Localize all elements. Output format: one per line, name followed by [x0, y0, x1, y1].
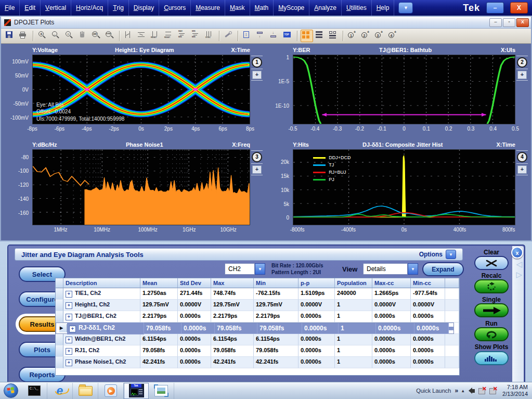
panel-close-button[interactable]: x [511, 247, 523, 259]
align-top-icon[interactable]: ↑ [255, 30, 267, 42]
zoom-horizontal-icon[interactable]: ↔ [50, 30, 62, 42]
align-bottom-icon[interactable]: ↓ [268, 30, 281, 42]
menu-overflow-button[interactable]: ▼ [398, 2, 413, 14]
table-row[interactable]: +RJ1, Ch279.058fs0.0000s79.058fs79.058fs… [56, 345, 459, 357]
pan-icon[interactable] [77, 30, 89, 42]
row-expander[interactable]: + [66, 337, 72, 343]
dpojet-minimize-button[interactable]: – [489, 18, 502, 27]
clear-button[interactable] [474, 256, 509, 270]
layout-grid-icon[interactable] [301, 30, 313, 42]
show-hidden-icons-button[interactable]: ▲ [461, 389, 465, 393]
table-row[interactable]: +TIE1, Ch21.2750as271.44fs748.74fs-762.1… [56, 288, 459, 300]
menu-trig[interactable]: Trig [108, 0, 129, 16]
menu-measure[interactable]: Measure [191, 0, 225, 16]
add-plot-3-icon[interactable]: 3+ [373, 30, 386, 42]
menu-file[interactable]: File [0, 0, 20, 16]
save-icon[interactable] [4, 30, 17, 42]
scope-close-button[interactable]: X [510, 2, 528, 14]
expand-button[interactable]: Expand [422, 262, 464, 276]
row-selector[interactable]: ▶ [59, 324, 67, 332]
col-header-min[interactable]: Min [254, 278, 299, 288]
plot-4-number-badge[interactable]: 4 [517, 152, 527, 162]
single-button[interactable] [474, 303, 509, 317]
taskbar-item-file-explorer[interactable] [73, 383, 98, 399]
dpojet-restore-button[interactable]: ▫ [503, 18, 515, 27]
menu-mask[interactable]: Mask [225, 0, 250, 16]
plot-2-canvas[interactable] [293, 55, 515, 124]
row-selector[interactable] [56, 300, 63, 311]
zoom-100-icon[interactable]: 100 [90, 30, 103, 42]
row-selector[interactable] [56, 288, 63, 300]
menu-display[interactable]: Display [129, 0, 159, 16]
plot-3-number-badge[interactable]: 3 [252, 152, 262, 162]
plot-3-canvas[interactable] [32, 149, 250, 225]
quick-launch-chevron-icon[interactable]: » [455, 387, 457, 394]
taskbar-item-image-viewer[interactable] [149, 383, 174, 399]
col-header-std-dev[interactable]: Std Dev [178, 278, 211, 288]
col-header-max-cc[interactable]: Max-cc [372, 278, 411, 288]
plot-2-number-badge[interactable]: 2 [517, 57, 527, 68]
max-min-cursors-icon[interactable]: MAXMIN [177, 30, 189, 42]
recalc-button[interactable] [474, 279, 509, 293]
plot-1-canvas[interactable]: Eye: All BitsOffset: -0.0024UIs:7000:479… [32, 55, 250, 124]
row-expander[interactable]: + [66, 314, 72, 320]
plot-3-add-button[interactable]: + [252, 165, 262, 174]
row-expander[interactable]: + [66, 348, 72, 355]
add-plot-4-icon[interactable]: 4+ [387, 30, 399, 42]
row-expander[interactable]: + [66, 359, 72, 366]
plot-1-number-badge[interactable]: 1 [252, 57, 262, 68]
plot-4-canvas[interactable]: DDJ+DCDTJRJ+BUJPJ [293, 149, 515, 225]
view-select-arrow[interactable]: ▼ [408, 263, 418, 275]
options-dropdown-button[interactable]: ▼ [446, 250, 456, 259]
show-plots-button[interactable] [474, 351, 509, 365]
source-select-arrow[interactable]: ▼ [255, 263, 265, 275]
table-row[interactable]: +TJ@BER1, Ch22.2179ps0.0000s2.2179ps2.21… [56, 311, 459, 323]
row-selector[interactable] [56, 311, 63, 323]
col-header-description[interactable]: Description [63, 278, 140, 288]
row-selector[interactable] [56, 334, 63, 345]
dpojet-title-bar[interactable]: DPOJET Plots – ▫ X [1, 17, 531, 29]
menu-utilities[interactable]: Utilities [342, 0, 372, 16]
add-plot-1-icon[interactable]: 1+ [346, 30, 359, 42]
menu-analyze[interactable]: Analyze [309, 0, 342, 16]
table-row[interactable]: ▶+RJ-δδ1, Ch279.058fs0.0000s79.058fs79.0… [56, 323, 454, 334]
col-header-mean[interactable]: Mean [140, 278, 178, 288]
view-select[interactable]: Details [363, 263, 408, 275]
col-header-min-cc[interactable]: Min-cc [411, 278, 445, 288]
row-expander[interactable]: + [66, 302, 72, 309]
layout-rows-icon[interactable] [314, 30, 327, 42]
source-select[interactable]: CH2 [225, 263, 255, 275]
zoom-sync-icon[interactable]: SYNC [104, 30, 116, 42]
scope-minimize-button[interactable]: – [486, 2, 504, 14]
print-icon[interactable] [18, 30, 30, 42]
table-row[interactable]: +Phase Noise1, Ch242.241fs0.0000s42.241f… [56, 357, 459, 368]
fit-vertical-icon[interactable]: ↕ [241, 30, 254, 42]
collapse-right-icon[interactable]: ▷ [516, 271, 522, 278]
menu-vertical[interactable]: Vertical [41, 0, 71, 16]
menu-help[interactable]: Help [372, 0, 395, 16]
table-row[interactable]: +Height1, Ch2129.75mV0.0000V129.75mV129.… [56, 300, 459, 311]
row-selector[interactable] [56, 357, 63, 368]
min-min-cursors-icon[interactable]: MINMIN [190, 30, 203, 42]
menu-edit[interactable]: Edit [20, 0, 41, 16]
add-plot-2-icon[interactable]: 2+ [360, 30, 372, 42]
zoom-out-icon[interactable]: − [63, 30, 76, 42]
table-row[interactable]: +Width@BER1, Ch26.1154ps0.0000s6.1154ps6… [56, 334, 459, 345]
horizontal-cursors-reset-icon[interactable]: RESET [163, 30, 176, 42]
start-button[interactable] [0, 383, 22, 399]
menu-myscope[interactable]: MyScope [274, 0, 309, 16]
network-error-icon[interactable]: ✕ [478, 388, 486, 394]
row-expander[interactable]: + [66, 291, 72, 298]
sync-cursors-icon[interactable]: SYNC [204, 30, 216, 42]
vertical-cursors-icon[interactable] [123, 30, 135, 42]
volume-icon[interactable] [469, 388, 475, 394]
zoom-in-icon[interactable]: + [36, 30, 49, 42]
horizontal-cursors-icon[interactable] [136, 30, 149, 42]
run-button[interactable] [474, 327, 509, 341]
plot-2-add-button[interactable]: + [517, 71, 527, 79]
plot-1-add-button[interactable]: + [252, 71, 262, 79]
row-expander[interactable]: + [69, 326, 76, 332]
menu-cursors[interactable]: Cursors [159, 0, 191, 16]
row-selector[interactable] [56, 345, 63, 357]
vertical-cursors-reset-icon[interactable]: RESET [150, 30, 162, 42]
